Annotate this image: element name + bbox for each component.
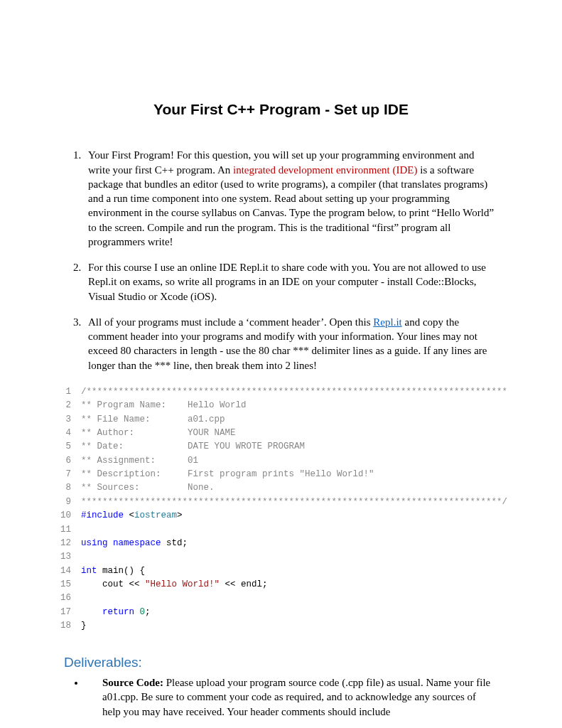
semi: ; xyxy=(183,538,188,548)
include-directive: #include xyxy=(81,510,124,520)
code-text: /***************************************… xyxy=(81,385,507,633)
page-title: Your First C++ Program - Set up IDE xyxy=(64,100,498,119)
return-semi: ; xyxy=(145,607,151,617)
return-kw: return xyxy=(102,607,134,617)
cout-indent: cout << xyxy=(81,579,145,589)
namespace-kw: namespace xyxy=(108,538,161,548)
code-block: 123456789101112131415161718 /***********… xyxy=(60,385,498,633)
item2-text: For this course I use an online IDE Repl… xyxy=(88,262,486,302)
main-sig: main() { xyxy=(97,566,146,576)
return-sp xyxy=(134,607,140,617)
return-indent xyxy=(81,607,102,617)
close-brace: } xyxy=(81,621,87,631)
std-name: std xyxy=(161,538,183,548)
code-line-7: ** Description: First program prints "He… xyxy=(81,469,374,479)
deliverables-list: Source Code: Please upload your program … xyxy=(64,675,498,719)
code-line-2: ** Program Name: Hello World xyxy=(81,400,247,410)
line-gutter: 123456789101112131415161718 xyxy=(60,385,81,633)
code-line-9: ****************************************… xyxy=(81,497,507,507)
instructions-list: Your First Program! For this question, y… xyxy=(64,148,498,373)
replit-link[interactable]: Repl.it xyxy=(373,316,401,328)
using-kw: using xyxy=(81,538,108,548)
item1-after: is a software package that bundles an ed… xyxy=(88,164,494,247)
include-name: iostream xyxy=(134,510,177,520)
include-close: > xyxy=(177,510,183,520)
code-line-5: ** Date: DATE YOU WROTE PROGRAM xyxy=(81,441,305,451)
code-line-3: ** File Name: a01.cpp xyxy=(81,414,225,424)
endl-tail: << endl; xyxy=(220,579,268,589)
deliverable-label: Source Code: xyxy=(102,677,163,688)
code-line-4: ** Author: YOUR NAME xyxy=(81,428,236,438)
include-open: < xyxy=(124,510,134,520)
deliverable-item: Source Code: Please upload your program … xyxy=(85,675,498,719)
code-line-6: ** Assignment: 01 xyxy=(81,456,198,466)
instruction-item-1: Your First Program! For this question, y… xyxy=(84,148,498,249)
item3-before: All of your programs must include a ‘com… xyxy=(88,316,373,328)
ide-link[interactable]: integrated development environment (IDE) xyxy=(233,164,418,176)
code-line-8: ** Sources: None. xyxy=(81,483,215,493)
return-zero: 0 xyxy=(140,607,146,617)
instruction-item-3: All of your programs must include a ‘com… xyxy=(84,315,498,373)
instruction-item-2: For this course I use an online IDE Repl… xyxy=(84,260,498,304)
int-kw: int xyxy=(81,566,97,576)
hello-str: "Hello World!" xyxy=(145,579,220,589)
deliverables-heading: Deliverables: xyxy=(64,653,498,672)
code-line-1: /***************************************… xyxy=(81,387,507,397)
